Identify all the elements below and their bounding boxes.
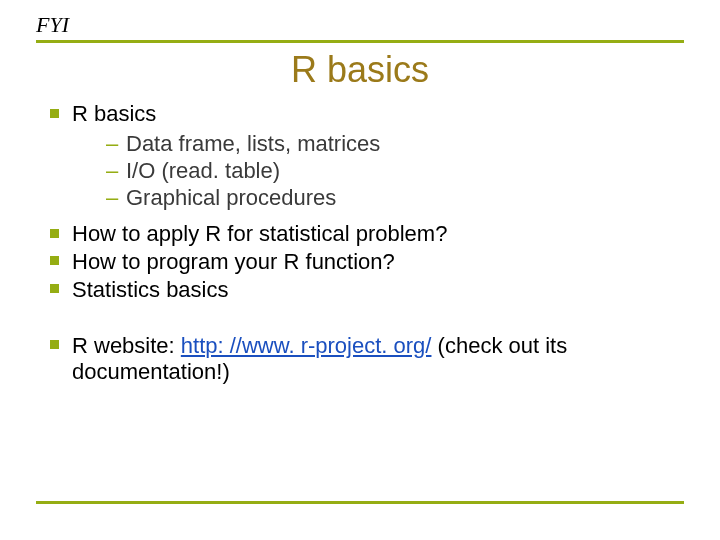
content-area: R basics Data frame, lists, matrices I/O… — [36, 101, 684, 385]
bullet-list-2: R website: http: //www. r-project. org/ … — [36, 333, 684, 385]
sub-item: I/O (read. table) — [106, 158, 684, 184]
bottom-divider — [36, 501, 684, 504]
bullet-r-website: R website: http: //www. r-project. org/ … — [50, 333, 684, 385]
bullet-list: R basics Data frame, lists, matrices I/O… — [36, 101, 684, 303]
bullet-statistics-basics: Statistics basics — [50, 277, 684, 303]
sub-list: Data frame, lists, matrices I/O (read. t… — [72, 131, 684, 211]
spacer — [36, 305, 684, 331]
bullet-r-basics: R basics Data frame, lists, matrices I/O… — [50, 101, 684, 211]
top-divider — [36, 40, 684, 43]
header-fyi: FYI — [36, 12, 684, 38]
website-pre-text: R website: — [72, 333, 181, 358]
bullet-program-r: How to program your R function? — [50, 249, 684, 275]
slide: FYI R basics R basics Data frame, lists,… — [0, 0, 720, 540]
r-project-link[interactable]: http: //www. r-project. org/ — [181, 333, 432, 358]
bullet-apply-r: How to apply R for statistical problem? — [50, 221, 684, 247]
bullet-label: R basics — [72, 101, 156, 126]
slide-title: R basics — [36, 49, 684, 91]
sub-item: Data frame, lists, matrices — [106, 131, 684, 157]
sub-item: Graphical procedures — [106, 185, 684, 211]
